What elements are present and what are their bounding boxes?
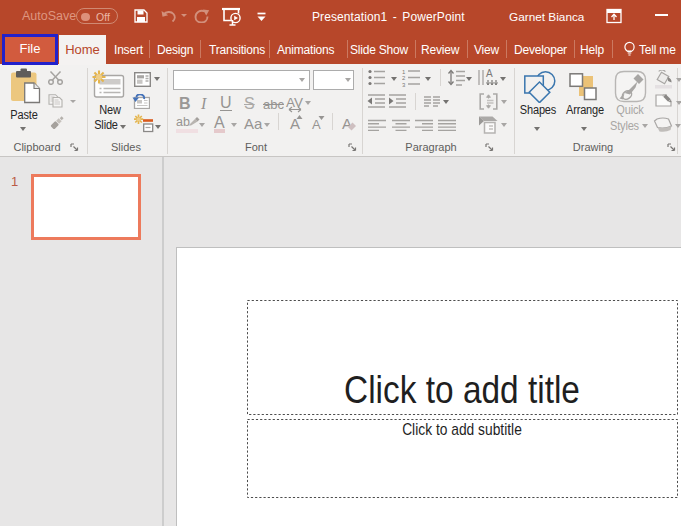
svg-text:2: 2 (402, 75, 406, 81)
svg-text:1: 1 (402, 69, 406, 75)
svg-text:3: 3 (402, 82, 406, 88)
svg-text:A: A (486, 68, 493, 79)
